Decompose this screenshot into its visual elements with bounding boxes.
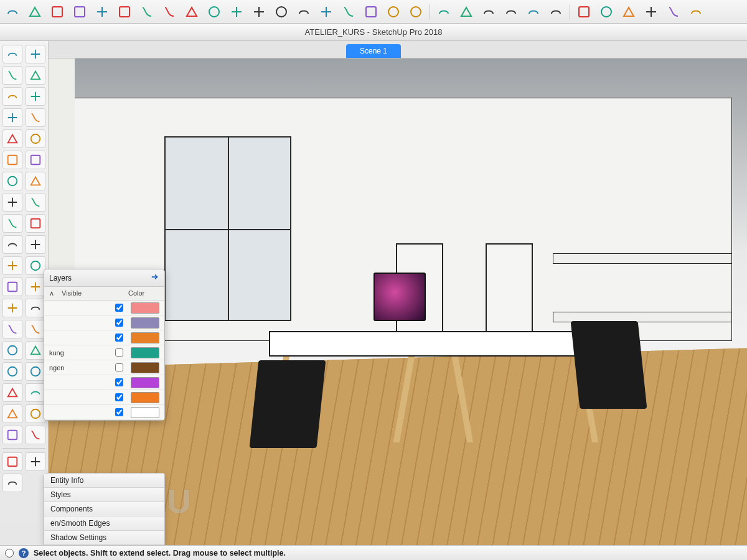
camera-icon[interactable] [317, 3, 335, 21]
dim-icon[interactable] [26, 320, 45, 338]
layer-visible-checkbox[interactable] [115, 408, 123, 416]
freehand-icon[interactable] [2, 87, 22, 106]
eye-icon[interactable] [273, 3, 290, 21]
layers-f-icon[interactable] [687, 3, 705, 21]
move-arrows-icon[interactable] [183, 3, 200, 21]
layers-panel-header[interactable]: Layers [44, 269, 164, 287]
layer-color-swatch[interactable] [131, 302, 159, 314]
followme-icon[interactable] [250, 3, 268, 21]
layers-c-icon[interactable] [620, 3, 637, 21]
layers-b-icon[interactable] [598, 3, 615, 21]
layers-col-visible[interactable]: Visible [62, 289, 128, 297]
undo-icon[interactable] [2, 214, 22, 233]
redo-icon[interactable] [26, 214, 45, 233]
move-icon[interactable] [2, 235, 22, 254]
arc3-icon[interactable] [2, 193, 22, 212]
layer-color-swatch[interactable] [131, 407, 159, 418]
text-label-icon[interactable] [138, 3, 156, 21]
layer-visible-checkbox[interactable] [115, 378, 123, 386]
pushpull2-icon[interactable] [2, 299, 22, 317]
layer-row[interactable] [44, 330, 164, 345]
tray-section[interactable]: Components [44, 502, 164, 516]
rotate2-icon[interactable] [26, 256, 45, 275]
layer-row[interactable]: ngen [44, 360, 164, 375]
arc2-icon[interactable] [26, 172, 45, 190]
eyedrop-icon[interactable] [2, 404, 22, 423]
status-help-icon[interactable]: ? [19, 548, 29, 558]
layers-d-icon[interactable] [642, 3, 660, 21]
layer-row[interactable] [44, 390, 164, 405]
scale-icon[interactable] [2, 278, 22, 296]
followme2-icon[interactable] [26, 299, 45, 317]
layer-visible-checkbox[interactable] [115, 348, 123, 357]
paint-icon[interactable] [2, 383, 22, 402]
rect2-icon[interactable] [2, 129, 22, 148]
layer-visible-checkbox[interactable] [115, 304, 123, 312]
stack3-icon[interactable] [385, 3, 402, 21]
tray-section[interactable]: Shadow Settings [44, 531, 164, 545]
layer-color-swatch[interactable] [131, 392, 159, 403]
layers-e-icon[interactable] [665, 3, 682, 21]
stack-red-icon[interactable] [340, 3, 357, 21]
polygon-icon[interactable] [26, 151, 45, 169]
layers-flyout-icon[interactable] [151, 273, 159, 283]
circle-icon[interactable] [2, 151, 22, 169]
line-icon[interactable] [2, 66, 22, 85]
rectangle-icon[interactable] [26, 87, 45, 106]
hand-icon[interactable] [26, 383, 45, 402]
pushpull-icon[interactable] [228, 3, 245, 21]
box-wire-icon[interactable] [435, 3, 453, 21]
select-rect-icon[interactable] [4, 3, 21, 21]
layer-color-swatch[interactable] [131, 377, 159, 388]
layer-row[interactable]: kung [44, 345, 164, 360]
rotate-icon[interactable] [2, 256, 22, 275]
orbit-icon[interactable] [2, 426, 22, 444]
box-color-icon[interactable] [547, 3, 565, 21]
layers-col-expand[interactable]: ∧ [49, 289, 62, 297]
rotate-red-icon[interactable] [205, 3, 223, 21]
tray-section[interactable]: Entity Info [44, 474, 164, 488]
walk2-icon[interactable] [26, 452, 45, 471]
layer-color-swatch[interactable] [131, 317, 159, 329]
layers-panel[interactable]: Layers ∧ Visible Color kungngen [44, 269, 165, 421]
move2-icon[interactable] [26, 235, 45, 254]
walk-icon[interactable] [295, 3, 312, 21]
box-shaded-icon[interactable] [480, 3, 497, 21]
stack2-icon[interactable] [362, 3, 380, 21]
layer-row[interactable] [44, 375, 164, 390]
rotrect-icon[interactable] [26, 129, 45, 148]
3dtext2-icon[interactable] [26, 341, 45, 360]
target-icon[interactable] [2, 474, 22, 492]
layer-color-swatch[interactable] [131, 362, 159, 373]
axes-icon[interactable] [93, 3, 111, 21]
pie-icon[interactable] [26, 193, 45, 212]
arc-red-icon[interactable] [49, 3, 66, 21]
protractor-icon[interactable] [71, 3, 88, 21]
layer-row[interactable] [44, 301, 164, 315]
layers-a-icon[interactable] [575, 3, 593, 21]
layer-visible-checkbox[interactable] [115, 393, 123, 401]
dimension-icon[interactable] [116, 3, 133, 21]
plane-icon[interactable] [26, 3, 44, 21]
zoom-icon[interactable] [26, 404, 45, 423]
tray-section[interactable]: Styles [44, 488, 164, 502]
eraser-icon[interactable] [26, 66, 45, 85]
layer-visible-checkbox[interactable] [115, 319, 123, 327]
layers-col-color[interactable]: Color [128, 289, 159, 297]
layer-row[interactable] [44, 405, 164, 420]
zoomext-icon[interactable] [26, 426, 45, 444]
offset-icon[interactable] [26, 278, 45, 296]
component-icon[interactable] [26, 45, 45, 63]
info-icon[interactable] [2, 452, 22, 471]
tape-icon[interactable] [2, 320, 22, 338]
pointer-icon[interactable] [2, 45, 22, 63]
scene-tab-1[interactable]: Scene 1 [346, 44, 401, 58]
box-texture-icon[interactable] [502, 3, 520, 21]
text-icon[interactable] [2, 341, 22, 360]
layer-visible-checkbox[interactable] [115, 363, 123, 371]
3dtext-icon[interactable] [161, 3, 178, 21]
tray-section[interactable]: en/Smooth Edges [44, 516, 164, 531]
layer-color-swatch[interactable] [131, 332, 159, 343]
box-hidden-icon[interactable] [458, 3, 475, 21]
arc1-icon[interactable] [2, 172, 22, 190]
